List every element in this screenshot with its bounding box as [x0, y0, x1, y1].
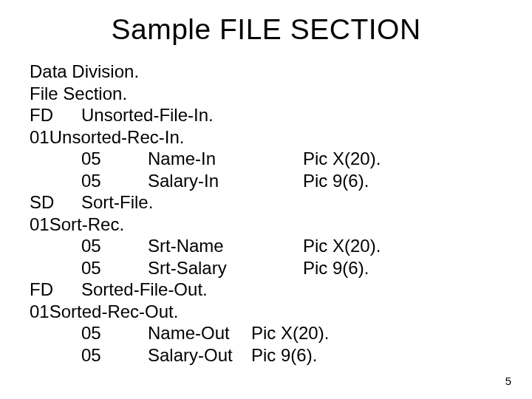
code-line: 01Unsorted-Rec-In.: [30, 126, 184, 149]
code-line: File Section.: [30, 83, 127, 105]
page-number: 5: [505, 375, 511, 387]
code-line: 01Sorted-Rec-Out.: [30, 301, 178, 323]
code-block: Data Division.File Section.FDUnsorted-Fi…: [30, 61, 502, 366]
code-line: Data Division.: [30, 61, 139, 83]
slide-title: Sample FILE SECTION: [0, 13, 532, 46]
code-line: 01Sort-Rec.: [30, 214, 124, 236]
slide: Sample FILE SECTION Data Division.File S…: [0, 0, 532, 399]
